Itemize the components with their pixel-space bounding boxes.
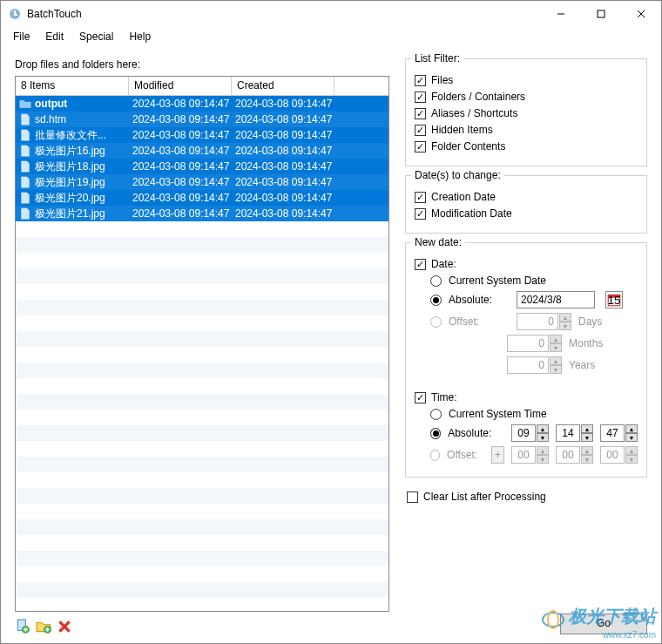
- chk-time[interactable]: [415, 392, 426, 403]
- spin-down-icon[interactable]: ▼: [537, 433, 549, 442]
- cell-created: 2024-03-08 09:14:47: [232, 129, 334, 141]
- add-file-icon[interactable]: [15, 619, 30, 634]
- table-row[interactable]: sd.htm2024-03-08 09:14:472024-03-08 09:1…: [16, 112, 388, 127]
- spin-up-icon[interactable]: ▲: [581, 424, 593, 433]
- table-row-empty: [16, 253, 388, 268]
- cell-name: 极光图片16.jpg: [35, 144, 105, 159]
- menu-edit[interactable]: Edit: [38, 29, 71, 44]
- radio-current-date[interactable]: [430, 275, 442, 287]
- spin-up-icon: ▲: [625, 446, 638, 455]
- list-filter-legend: List Filter:: [411, 52, 463, 64]
- radio-offset-time[interactable]: [430, 450, 440, 461]
- table-row-empty: [16, 331, 388, 347]
- dates-legend: Date(s) to change:: [411, 169, 504, 181]
- chk-contents[interactable]: [415, 141, 426, 153]
- remove-icon[interactable]: [57, 619, 72, 634]
- calendar-icon[interactable]: 15: [605, 291, 623, 308]
- file-icon: [19, 207, 31, 220]
- lbl-days: Days: [578, 315, 602, 328]
- input-absolute-date[interactable]: [517, 291, 595, 308]
- table-row[interactable]: 极光图片18.jpg2024-03-08 09:14:472024-03-08 …: [16, 159, 388, 174]
- lbl-absolute-date: Absolute:: [449, 294, 510, 306]
- input-offset-days: [517, 313, 558, 330]
- table-row[interactable]: 极光图片19.jpg2024-03-08 09:14:472024-03-08 …: [16, 174, 388, 190]
- chk-aliases[interactable]: [415, 108, 426, 119]
- spin-up-icon: ▲: [550, 335, 562, 343]
- minimize-button[interactable]: [541, 1, 581, 27]
- cell-name: 批量修改文件...: [35, 128, 106, 143]
- lbl-aliases: Aliases / Shortcuts: [431, 107, 517, 119]
- cell-name: 极光图片19.jpg: [35, 175, 105, 190]
- menu-special[interactable]: Special: [72, 29, 120, 44]
- chk-date[interactable]: [415, 259, 426, 270]
- col-items[interactable]: 8 Items: [16, 77, 129, 95]
- spin-up-icon: ▲: [550, 356, 562, 365]
- lbl-creation: Creation Date: [431, 191, 496, 203]
- cell-name: sd.htm: [35, 113, 66, 125]
- table-row-empty: [16, 315, 388, 331]
- chk-files[interactable]: [415, 75, 426, 86]
- table-row[interactable]: 极光图片20.jpg2024-03-08 09:14:472024-03-08 …: [16, 190, 388, 206]
- table-row[interactable]: 批量修改文件...2024-03-08 09:14:472024-03-08 0…: [16, 127, 388, 143]
- cell-modified: 2024-03-08 09:14:47: [129, 160, 232, 173]
- file-table[interactable]: 8 Items Modified Created output2024-03-0…: [15, 76, 389, 612]
- radio-offset-date[interactable]: [430, 316, 442, 328]
- radio-absolute-time[interactable]: [430, 428, 441, 439]
- lbl-folders: Folders / Containers: [431, 91, 525, 103]
- go-button[interactable]: Go: [560, 613, 647, 634]
- table-row[interactable]: output2024-03-08 09:14:472024-03-08 09:1…: [16, 96, 388, 112]
- lbl-years: Years: [569, 359, 595, 371]
- radio-absolute-date[interactable]: [430, 295, 442, 306]
- chk-modification[interactable]: [415, 208, 426, 220]
- cell-modified: 2024-03-08 09:14:47: [129, 113, 232, 125]
- file-icon: [19, 145, 31, 157]
- input-offset-months: [507, 335, 549, 352]
- radio-current-time[interactable]: [430, 409, 442, 420]
- drop-label: Drop files and folders here:: [15, 58, 389, 71]
- cell-modified: 2024-03-08 09:14:47: [129, 207, 232, 220]
- spin-down-icon: ▼: [559, 322, 571, 330]
- menu-file[interactable]: File: [6, 29, 37, 44]
- spin-down-icon: ▼: [550, 365, 562, 374]
- spin-up-icon: ▲: [537, 446, 549, 455]
- table-row[interactable]: 极光图片21.jpg2024-03-08 09:14:472024-03-08 …: [16, 206, 388, 221]
- close-button[interactable]: [621, 1, 661, 27]
- cell-created: 2024-03-08 09:14:47: [232, 176, 334, 188]
- file-icon: [19, 113, 31, 125]
- spin-down-icon[interactable]: ▼: [625, 433, 638, 442]
- chk-folders[interactable]: [415, 92, 426, 103]
- menu-help[interactable]: Help: [122, 29, 158, 44]
- lbl-modification: Modification Date: [431, 207, 512, 220]
- lbl-contents: Folder Contents: [431, 140, 505, 153]
- input-time-m[interactable]: [556, 424, 580, 442]
- table-row-empty: [16, 284, 388, 300]
- col-modified[interactable]: Modified: [129, 77, 232, 95]
- chk-hidden[interactable]: [415, 125, 426, 136]
- input-time-s[interactable]: [600, 424, 625, 442]
- chk-clear-list[interactable]: [407, 491, 418, 503]
- spin-up-icon[interactable]: ▲: [625, 424, 638, 433]
- add-folder-icon[interactable]: [36, 619, 51, 634]
- lbl-absolute-time: Absolute:: [448, 427, 504, 439]
- table-header: 8 Items Modified Created: [16, 77, 388, 96]
- cell-name: 极光图片21.jpg: [35, 207, 105, 221]
- input-toff-h: [511, 446, 536, 464]
- cell-modified: 2024-03-08 09:14:47: [129, 98, 232, 110]
- input-time-h[interactable]: [511, 424, 536, 442]
- maximize-button[interactable]: [581, 1, 621, 27]
- chk-creation[interactable]: [415, 192, 426, 203]
- spin-down-icon[interactable]: ▼: [581, 433, 593, 442]
- table-row-empty: [16, 394, 388, 410]
- svg-rect-4: [598, 10, 605, 17]
- table-row[interactable]: 极光图片16.jpg2024-03-08 09:14:472024-03-08 …: [16, 143, 388, 159]
- lbl-offset-time: Offset:: [447, 449, 484, 461]
- cell-created: 2024-03-08 09:14:47: [232, 207, 334, 220]
- table-row-empty: [16, 268, 388, 284]
- table-row-empty: [16, 237, 388, 253]
- lbl-files: Files: [431, 74, 453, 86]
- col-created[interactable]: Created: [232, 77, 334, 95]
- lbl-months: Months: [569, 337, 603, 349]
- spin-up-icon[interactable]: ▲: [537, 424, 549, 433]
- file-icon: [19, 192, 31, 204]
- dates-group: Date(s) to change: Creation Date Modific…: [405, 175, 647, 234]
